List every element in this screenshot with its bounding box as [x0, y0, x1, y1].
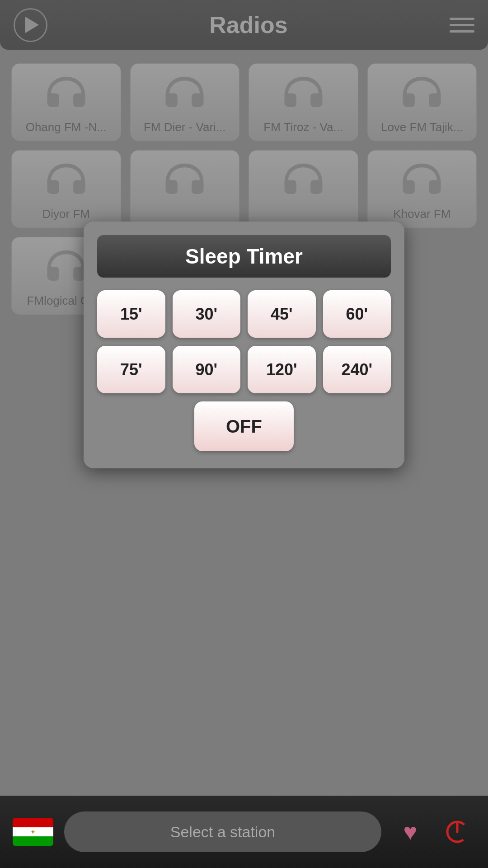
timer-60-button[interactable]: 60' — [323, 290, 391, 338]
heart-icon: ♥ — [404, 818, 418, 845]
timer-90-button[interactable]: 90' — [173, 346, 241, 393]
off-button-row: OFF — [97, 401, 391, 451]
flag-stripe-top — [13, 818, 53, 827]
sleep-timer-modal: Sleep Timer 15' 30' 45' 60' 75' 90' 120'… — [84, 222, 404, 468]
timer-off-button[interactable]: OFF — [194, 401, 294, 451]
timer-row-2: 75' 90' 120' 240' — [97, 346, 391, 393]
timer-75-button[interactable]: 75' — [97, 346, 165, 393]
select-station-button[interactable]: Select a station — [64, 811, 381, 852]
power-button[interactable] — [439, 814, 475, 850]
timer-45-button[interactable]: 45' — [248, 290, 316, 338]
flag-emblem: ✦ — [30, 828, 36, 835]
timer-row-1: 15' 30' 45' 60' — [97, 290, 391, 338]
favorite-button[interactable]: ♥ — [392, 814, 428, 850]
country-flag[interactable]: ✦ — [13, 818, 53, 846]
flag-stripe-middle: ✦ — [13, 827, 53, 837]
select-station-label: Select a station — [170, 823, 275, 841]
bottom-bar: ✦ Select a station ♥ — [0, 796, 488, 868]
power-icon — [444, 818, 471, 845]
timer-30-button[interactable]: 30' — [173, 290, 241, 338]
timer-120-button[interactable]: 120' — [248, 346, 316, 393]
timer-240-button[interactable]: 240' — [323, 346, 391, 393]
timer-15-button[interactable]: 15' — [97, 290, 165, 338]
sleep-timer-title: Sleep Timer — [185, 245, 303, 268]
flag-stripe-bottom — [13, 836, 53, 846]
sleep-timer-title-bar: Sleep Timer — [97, 235, 391, 278]
